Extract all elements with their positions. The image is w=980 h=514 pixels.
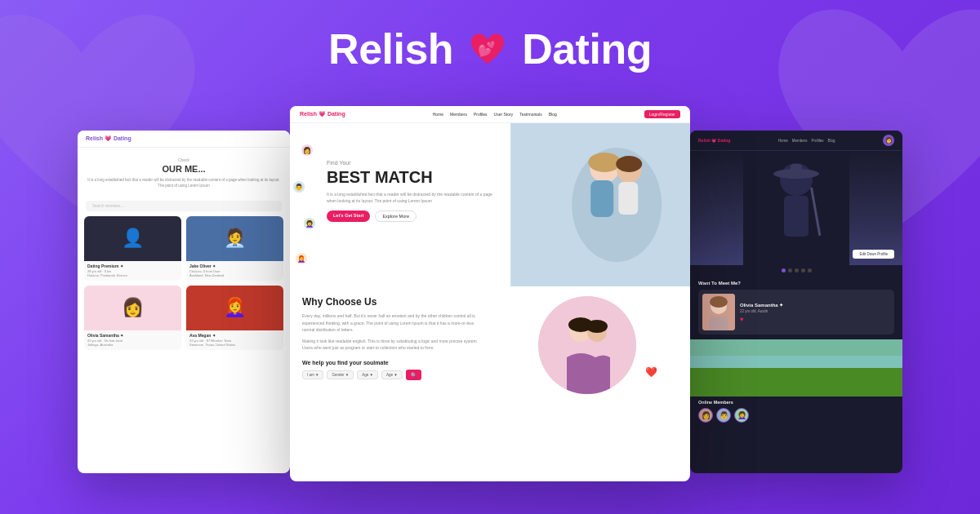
dot-2[interactable] [788,268,792,273]
left-hero-title: OUR ME... [86,164,282,175]
online-section: Online Members 👩 👨 👩‍🦱 [690,397,902,426]
left-members-grid: 👤 Dating Premium ✦ 28 yrs old · 0 kmHuiu… [78,216,290,350]
screenshots-container: Relish 💗 Dating Check OUR ME... It is a … [0,98,980,514]
member-desc-3: 22 yrs old · No hair-treatJetlings, Aust… [87,339,178,348]
brand-name-part1: Relish [328,24,453,73]
svg-rect-25 [690,368,902,397]
hero-buttons: Let's Get Start Explore More [327,210,498,222]
float-avatar-1: 👩 [301,144,314,157]
right-nav-members[interactable]: Members [792,139,808,143]
member-info-3: Olivia Samantha ✦ 22 yrs old · No hair-t… [84,330,181,350]
member-photo-3: 👩 [84,286,181,330]
heart-small-icon: ❤️ [645,366,657,378]
get-start-button[interactable]: Let's Get Start [327,210,370,222]
filter-iam[interactable]: I am ▼ [302,370,323,379]
header: Relish 💕 Dating [0,24,980,73]
member-desc-2: Choices: 0 from UserAuckland, New Zealan… [189,269,280,278]
left-search-placeholder: Search members... [92,204,123,208]
left-hero-check: Check [86,157,282,162]
svg-rect-4 [590,180,613,217]
svg-rect-17 [791,164,802,179]
brand-name-part2: Dating [522,24,652,73]
center-nav-links: Home Members Profiles User Story Testimo… [433,112,557,117]
left-hero: Check OUR ME... It is a long established… [78,148,290,196]
dot-indicators [690,265,902,276]
svg-rect-7 [618,182,638,215]
online-avatar-3[interactable]: 👩‍🦱 [734,408,749,423]
svg-rect-27 [690,339,902,368]
left-logo: Relish 💗 Dating [86,135,131,142]
screen-center: Relish 💗 Dating Home Members Profiles Us… [290,106,690,481]
nav-testimonials[interactable]: Testimonials [519,112,542,117]
filter-age1[interactable]: Age ▼ [357,370,378,379]
nav-profiles[interactable]: Profiles [474,112,488,117]
member-photo-1: 👤 [84,216,181,261]
edit-profile-button[interactable]: Edit Down Profile [853,250,894,259]
float-avatar-3: 👩‍🦱 [303,217,316,230]
right-profile-avatar[interactable]: 👩 [883,135,894,146]
right-hero-photo: Edit Down Profile [690,151,902,265]
dot-5[interactable] [808,268,812,273]
right-nav-home[interactable]: Home [778,139,788,143]
nav-home[interactable]: Home [433,112,443,117]
dot-4[interactable] [801,268,805,273]
svg-point-5 [588,153,621,172]
screen-left: Relish 💗 Dating Check OUR ME... It is a … [78,131,290,473]
hero-text-block: Find Your BEST MATCH It is a long establ… [327,140,498,222]
svg-text:💕: 💕 [478,40,497,58]
member-desc-1: 28 yrs old · 0 kmHuiuma, Pontianak, Born… [87,269,178,278]
dot-1[interactable] [782,268,786,273]
svg-rect-18 [784,196,808,237]
brand-heart-icon: 💕 [466,28,509,70]
heart-like-icon[interactable]: ♥ [740,316,890,323]
online-avatar-2[interactable]: 👨 [716,408,731,423]
right-nav-blog[interactable]: Blog [828,139,835,143]
right-nav-links: Home Members Profiles Blog [778,139,835,143]
member-info-2: Jake Oliver ✦ Choices: 0 from UserAuckla… [186,261,283,281]
filter-age2[interactable]: Age ▼ [381,370,403,379]
center-logo: Relish 💗 Dating [300,111,345,117]
center-hero-section: 👩 👨 👩‍🦱 👩‍🦰 Find Your BEST MATCH It is a… [290,123,690,286]
member-card-3[interactable]: 👩 Olivia Samantha ✦ 22 yrs old · No hair… [84,286,181,350]
right-nav-profiles[interactable]: Profiles [812,139,824,143]
profile-small-photo [702,294,735,330]
screen-right: Relish 💗 Dating Home Members Profiles Bl… [690,131,902,473]
find-your-label: Find Your [327,160,498,166]
hero-description: It is a long established fact that a rea… [327,191,498,204]
want-meet-title: Want To Meet Me? [698,281,894,286]
member-info-4: Ava Megan ✦ 22 yrs old · 87 Member Tests… [186,330,283,350]
why-desc-2: Making it look like readable english. Th… [302,338,484,352]
member-name-2: Jake Oliver ✦ [189,264,280,268]
login-register-button[interactable]: Login/Register [644,110,680,118]
float-avatar-2: 👨 [292,180,305,193]
svg-rect-23 [709,317,728,330]
nav-blog[interactable]: Blog [549,112,557,117]
why-choose-section: Why Choose Us Every day, millions and ha… [290,286,690,404]
member-card-2[interactable]: 🧑‍💼 Jake Oliver ✦ Choices: 0 from UserAu… [186,216,283,281]
best-match-title: BEST MATCH [327,168,498,186]
left-search[interactable]: Search members... [86,201,282,211]
why-title: Why Choose Us [302,296,484,308]
nav-members[interactable]: Members [450,112,467,117]
profile-details-small: Olivia Samantha ✦ 22 yrs old, Austin ♥ [740,302,890,323]
right-logo: Relish 💗 Dating [698,138,730,143]
why-left-content: Why Choose Us Every day, millions and ha… [302,296,484,394]
member-name-4: Ava Megan ✦ [189,333,280,338]
online-avatar-1[interactable]: 👩 [698,408,713,423]
why-desc-1: Every day, millions and half. But it's n… [302,312,484,334]
right-nav: Relish 💗 Dating Home Members Profiles Bl… [690,131,902,151]
left-hero-subtitle: It is a long established fact that a rea… [86,178,282,189]
profile-name-small: Olivia Samantha ✦ [740,302,890,308]
search-button[interactable]: 🔍 [406,370,421,380]
dot-3[interactable] [795,268,799,273]
filter-gender[interactable]: Gender ▼ [327,370,354,379]
explore-more-button[interactable]: Explore More [375,210,416,222]
samurai-image [690,151,902,265]
online-members-title: Online Members [698,400,894,405]
nav-user-story[interactable]: User Story [494,112,514,117]
green-field-photo [690,339,902,397]
profile-card-small[interactable]: Olivia Samantha ✦ 22 yrs old, Austin ♥ [698,290,894,335]
member-card-4[interactable]: 👩‍🦰 Ava Megan ✦ 22 yrs old · 87 Member T… [186,286,283,350]
member-card-1[interactable]: 👤 Dating Premium ✦ 28 yrs old · 0 kmHuiu… [84,216,181,281]
hero-right-photo [510,123,691,286]
